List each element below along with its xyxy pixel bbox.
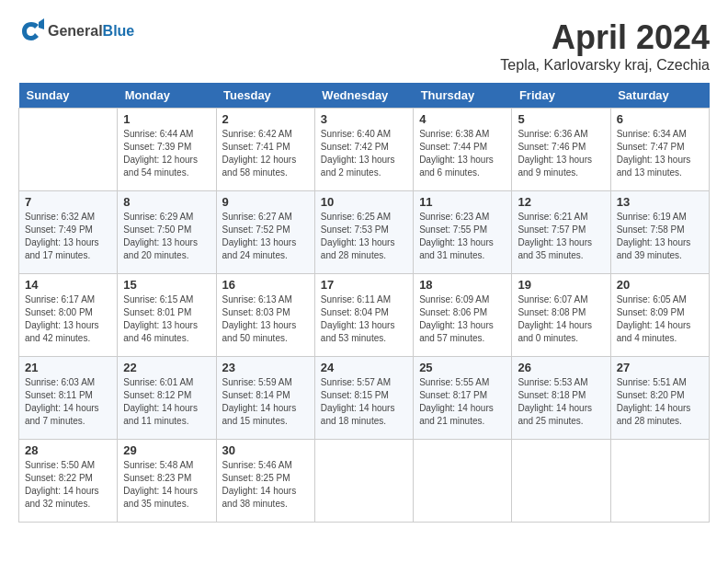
weekday-header-friday: Friday <box>512 83 610 109</box>
day-number: 11 <box>419 195 506 209</box>
day-info: Sunrise: 6:32 AM Sunset: 7:49 PM Dayligh… <box>25 211 111 262</box>
weekday-header-row: SundayMondayTuesdayWednesdayThursdayFrid… <box>19 83 710 109</box>
calendar-cell: 29 Sunrise: 5:48 AM Sunset: 8:23 PM Dayl… <box>118 440 216 523</box>
day-info: Sunrise: 6:03 AM Sunset: 8:11 PM Dayligh… <box>25 376 111 428</box>
day-number: 28 <box>25 443 111 457</box>
day-info: Sunrise: 5:46 AM Sunset: 8:25 PM Dayligh… <box>222 459 309 511</box>
month-title: April 2024 <box>500 18 710 57</box>
day-number: 14 <box>25 278 111 292</box>
week-row-4: 21 Sunrise: 6:03 AM Sunset: 8:11 PM Dayl… <box>19 357 710 440</box>
day-info: Sunrise: 6:09 AM Sunset: 8:06 PM Dayligh… <box>419 293 506 345</box>
day-number: 3 <box>321 112 407 126</box>
day-number: 29 <box>123 443 210 457</box>
day-info: Sunrise: 5:50 AM Sunset: 8:22 PM Dayligh… <box>25 459 111 511</box>
day-number: 10 <box>321 195 407 209</box>
day-info: Sunrise: 5:57 AM Sunset: 8:15 PM Dayligh… <box>321 376 407 428</box>
calendar-cell <box>512 440 610 523</box>
day-number: 15 <box>123 278 210 292</box>
calendar-cell <box>314 440 413 523</box>
day-number: 25 <box>419 361 506 374</box>
day-info: Sunrise: 5:59 AM Sunset: 8:14 PM Dayligh… <box>222 376 309 428</box>
day-info: Sunrise: 6:05 AM Sunset: 8:09 PM Dayligh… <box>617 293 703 345</box>
weekday-header-saturday: Saturday <box>610 83 709 109</box>
day-number: 27 <box>617 361 703 374</box>
calendar-cell: 10 Sunrise: 6:25 AM Sunset: 7:53 PM Dayl… <box>314 191 413 274</box>
day-number: 30 <box>222 443 309 457</box>
calendar-cell: 13 Sunrise: 6:19 AM Sunset: 7:58 PM Dayl… <box>610 191 709 274</box>
day-number: 13 <box>617 195 703 209</box>
calendar-cell: 26 Sunrise: 5:53 AM Sunset: 8:18 PM Dayl… <box>512 357 610 440</box>
calendar-cell: 11 Sunrise: 6:23 AM Sunset: 7:55 PM Dayl… <box>414 191 512 274</box>
day-number: 8 <box>123 195 210 209</box>
day-info: Sunrise: 6:36 AM Sunset: 7:46 PM Dayligh… <box>518 128 604 179</box>
calendar-cell: 5 Sunrise: 6:36 AM Sunset: 7:46 PM Dayli… <box>512 109 610 191</box>
day-number: 21 <box>25 361 111 374</box>
week-row-3: 14 Sunrise: 6:17 AM Sunset: 8:00 PM Dayl… <box>19 274 710 357</box>
page-header: GeneralBlue April 2024 Tepla, Karlovarsk… <box>18 18 710 74</box>
day-info: Sunrise: 6:38 AM Sunset: 7:44 PM Dayligh… <box>419 128 506 179</box>
calendar-cell: 30 Sunrise: 5:46 AM Sunset: 8:25 PM Dayl… <box>216 440 314 523</box>
weekday-header-thursday: Thursday <box>414 83 512 109</box>
day-info: Sunrise: 5:51 AM Sunset: 8:20 PM Dayligh… <box>617 376 703 428</box>
week-row-5: 28 Sunrise: 5:50 AM Sunset: 8:22 PM Dayl… <box>19 440 710 523</box>
calendar-cell: 14 Sunrise: 6:17 AM Sunset: 8:00 PM Dayl… <box>19 274 118 357</box>
calendar-cell: 7 Sunrise: 6:32 AM Sunset: 7:49 PM Dayli… <box>19 191 118 274</box>
logo-icon <box>18 18 44 44</box>
calendar-cell <box>414 440 512 523</box>
day-info: Sunrise: 6:17 AM Sunset: 8:00 PM Dayligh… <box>25 293 111 345</box>
day-number: 18 <box>419 278 506 292</box>
calendar-cell: 1 Sunrise: 6:44 AM Sunset: 7:39 PM Dayli… <box>118 109 216 191</box>
calendar-cell: 9 Sunrise: 6:27 AM Sunset: 7:52 PM Dayli… <box>216 191 314 274</box>
day-number: 16 <box>222 278 309 292</box>
weekday-header-wednesday: Wednesday <box>314 83 413 109</box>
weekday-header-monday: Monday <box>118 83 216 109</box>
weekday-header-sunday: Sunday <box>19 83 118 109</box>
calendar-cell: 28 Sunrise: 5:50 AM Sunset: 8:22 PM Dayl… <box>19 440 118 523</box>
day-info: Sunrise: 6:01 AM Sunset: 8:12 PM Dayligh… <box>123 376 210 428</box>
day-info: Sunrise: 6:42 AM Sunset: 7:41 PM Dayligh… <box>222 128 309 179</box>
day-info: Sunrise: 6:23 AM Sunset: 7:55 PM Dayligh… <box>419 211 506 262</box>
calendar-cell: 8 Sunrise: 6:29 AM Sunset: 7:50 PM Dayli… <box>118 191 216 274</box>
calendar-cell: 2 Sunrise: 6:42 AM Sunset: 7:41 PM Dayli… <box>216 109 314 191</box>
day-number: 12 <box>518 195 604 209</box>
calendar-cell: 24 Sunrise: 5:57 AM Sunset: 8:15 PM Dayl… <box>314 357 413 440</box>
location-title: Tepla, Karlovarsky kraj, Czechia <box>500 57 710 74</box>
day-number: 19 <box>518 278 604 292</box>
calendar-cell: 23 Sunrise: 5:59 AM Sunset: 8:14 PM Dayl… <box>216 357 314 440</box>
day-info: Sunrise: 5:55 AM Sunset: 8:17 PM Dayligh… <box>419 376 506 428</box>
day-number: 17 <box>321 278 407 292</box>
week-row-2: 7 Sunrise: 6:32 AM Sunset: 7:49 PM Dayli… <box>19 191 710 274</box>
weekday-header-tuesday: Tuesday <box>216 83 314 109</box>
day-info: Sunrise: 6:25 AM Sunset: 7:53 PM Dayligh… <box>321 211 407 262</box>
logo: GeneralBlue <box>18 18 134 44</box>
day-number: 20 <box>617 278 703 292</box>
day-info: Sunrise: 6:34 AM Sunset: 7:47 PM Dayligh… <box>617 128 703 179</box>
calendar-cell: 19 Sunrise: 6:07 AM Sunset: 8:08 PM Dayl… <box>512 274 610 357</box>
day-info: Sunrise: 6:40 AM Sunset: 7:42 PM Dayligh… <box>321 128 407 179</box>
calendar-cell: 4 Sunrise: 6:38 AM Sunset: 7:44 PM Dayli… <box>414 109 512 191</box>
day-info: Sunrise: 6:15 AM Sunset: 8:01 PM Dayligh… <box>123 293 210 345</box>
title-area: April 2024 Tepla, Karlovarsky kraj, Czec… <box>500 18 710 74</box>
calendar-cell: 6 Sunrise: 6:34 AM Sunset: 7:47 PM Dayli… <box>610 109 709 191</box>
day-info: Sunrise: 6:19 AM Sunset: 7:58 PM Dayligh… <box>617 211 703 262</box>
calendar-table: SundayMondayTuesdayWednesdayThursdayFrid… <box>18 83 710 523</box>
day-number: 23 <box>222 361 309 374</box>
calendar-cell: 21 Sunrise: 6:03 AM Sunset: 8:11 PM Dayl… <box>19 357 118 440</box>
calendar-cell: 25 Sunrise: 5:55 AM Sunset: 8:17 PM Dayl… <box>414 357 512 440</box>
day-number: 7 <box>25 195 111 209</box>
calendar-cell: 22 Sunrise: 6:01 AM Sunset: 8:12 PM Dayl… <box>118 357 216 440</box>
week-row-1: 1 Sunrise: 6:44 AM Sunset: 7:39 PM Dayli… <box>19 109 710 191</box>
calendar-cell: 12 Sunrise: 6:21 AM Sunset: 7:57 PM Dayl… <box>512 191 610 274</box>
day-number: 6 <box>617 112 703 126</box>
day-info: Sunrise: 6:44 AM Sunset: 7:39 PM Dayligh… <box>123 128 210 179</box>
day-info: Sunrise: 6:13 AM Sunset: 8:03 PM Dayligh… <box>222 293 309 345</box>
day-number: 22 <box>123 361 210 374</box>
calendar-cell: 15 Sunrise: 6:15 AM Sunset: 8:01 PM Dayl… <box>118 274 216 357</box>
day-info: Sunrise: 6:27 AM Sunset: 7:52 PM Dayligh… <box>222 211 309 262</box>
calendar-cell <box>610 440 709 523</box>
calendar-cell: 3 Sunrise: 6:40 AM Sunset: 7:42 PM Dayli… <box>314 109 413 191</box>
calendar-cell: 16 Sunrise: 6:13 AM Sunset: 8:03 PM Dayl… <box>216 274 314 357</box>
day-info: Sunrise: 6:29 AM Sunset: 7:50 PM Dayligh… <box>123 211 210 262</box>
calendar-cell <box>19 109 118 191</box>
day-info: Sunrise: 6:21 AM Sunset: 7:57 PM Dayligh… <box>518 211 604 262</box>
